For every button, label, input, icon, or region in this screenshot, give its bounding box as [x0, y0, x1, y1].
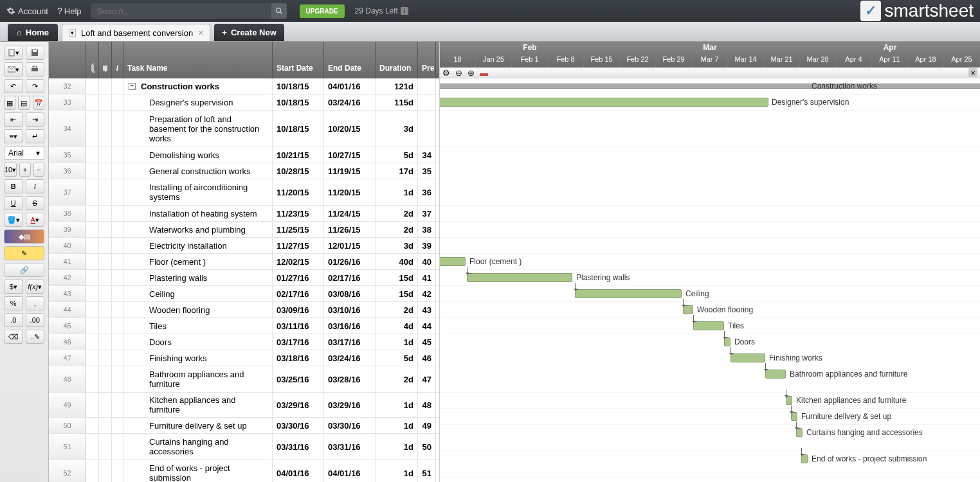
create-new-tab[interactable]: + Create New	[214, 24, 284, 41]
search-button[interactable]	[271, 3, 287, 19]
brand-logo: ✓ smartsheet	[860, 1, 974, 21]
search-input[interactable]	[91, 6, 271, 16]
search-box	[91, 3, 287, 19]
account-link[interactable]: Account	[6, 6, 48, 16]
help-link[interactable]: ? Help	[57, 6, 82, 16]
dropdown-icon[interactable]: ▾	[69, 29, 76, 37]
home-icon: ⌂	[17, 28, 22, 37]
top-bar: Account ? Help UPGRADE 29 Days Left i ✓ …	[0, 0, 980, 22]
search-icon	[275, 7, 283, 15]
svg-point-0	[276, 8, 280, 13]
info-icon[interactable]: i	[401, 7, 408, 15]
gear-icon	[6, 6, 15, 15]
help-label: Help	[64, 6, 82, 16]
sheet-tab[interactable]: ▾ Loft and basement conversion ×	[62, 24, 210, 41]
sheet-tab-label: Loft and basement conversion	[81, 28, 193, 38]
close-tab-icon[interactable]: ×	[198, 28, 203, 38]
upgrade-button[interactable]: UPGRADE	[300, 4, 345, 18]
tab-bar: ⌂ Home ▾ Loft and basement conversion × …	[0, 22, 980, 42]
svg-line-1	[280, 12, 282, 14]
trial-badge: 29 Days Left i	[355, 6, 408, 15]
check-icon: ✓	[860, 1, 881, 21]
home-tab[interactable]: ⌂ Home	[8, 24, 58, 41]
plus-icon: +	[222, 28, 227, 37]
help-icon: ?	[57, 6, 62, 16]
account-label: Account	[18, 6, 48, 16]
